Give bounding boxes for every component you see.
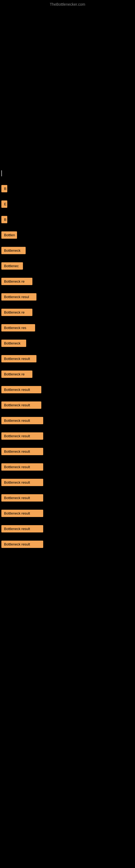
result-item: Bottleneck res (1, 324, 35, 332)
result-gap (0, 379, 135, 384)
result-gap (0, 488, 135, 493)
result-item: Bottleneck result (1, 479, 43, 486)
result-item: Bottleneck re (1, 278, 32, 285)
result-gap (0, 410, 135, 415)
result-gap (0, 287, 135, 291)
result-item: B (1, 216, 7, 223)
result-item: Bottleneck result (1, 494, 43, 501)
result-item: Bottlen (1, 231, 17, 239)
result-item: Bottleneck re (1, 309, 32, 316)
result-item: Bottleneck re (1, 371, 32, 378)
result-gap (0, 534, 135, 539)
result-gap (0, 395, 135, 400)
result-item: Bottleneck result (1, 417, 43, 424)
result-gap (0, 240, 135, 245)
result-item: Bottleneck resul (1, 293, 37, 301)
result-gap (0, 179, 135, 183)
result-item: Bottleneck result (1, 401, 41, 409)
result-gap (0, 441, 135, 446)
result-gap (0, 503, 135, 508)
results-section: BEBBottlenBottleneckBottlenecBottleneck … (0, 176, 135, 548)
result-item: Bottlenec (1, 262, 23, 270)
result-item: Bottleneck result (1, 463, 43, 471)
result-item: Bottleneck (1, 247, 26, 254)
result-gap (0, 519, 135, 524)
result-gap (0, 457, 135, 462)
result-gap (0, 426, 135, 431)
result-gap (0, 256, 135, 261)
top-section (0, 8, 135, 176)
result-gap (0, 209, 135, 214)
result-gap (0, 271, 135, 276)
result-item: Bottleneck result (1, 432, 43, 440)
result-item: Bottleneck result (1, 355, 37, 362)
result-item: Bottleneck result (1, 448, 43, 455)
result-item: Bottleneck result (1, 540, 43, 548)
result-gap (0, 348, 135, 353)
result-gap (0, 472, 135, 477)
result-item: E (1, 200, 7, 208)
result-item: Bottleneck (1, 340, 26, 347)
result-gap (0, 364, 135, 369)
result-gap (0, 225, 135, 230)
result-gap (0, 333, 135, 338)
result-gap (0, 318, 135, 322)
text-cursor (1, 170, 2, 176)
result-gap (0, 302, 135, 307)
result-item: Bottleneck result (1, 525, 43, 532)
site-header: TheBottlenecker.com (0, 0, 135, 8)
result-item: B (1, 185, 7, 192)
result-item: Bottleneck result (1, 386, 41, 393)
site-title: TheBottlenecker.com (0, 0, 135, 8)
result-item: Bottleneck result (1, 510, 43, 517)
result-gap (0, 194, 135, 199)
